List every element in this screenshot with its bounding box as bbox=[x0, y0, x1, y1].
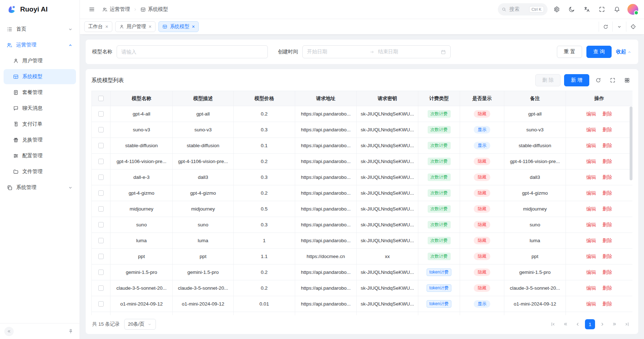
cell-remark: o1-mini-2024-09-12 bbox=[504, 296, 566, 312]
notifications-button[interactable] bbox=[611, 3, 623, 15]
settings-button[interactable] bbox=[550, 3, 563, 15]
delete-link[interactable]: 删除 bbox=[602, 206, 612, 212]
edit-link[interactable]: 编辑 bbox=[586, 254, 596, 259]
sidebar-item-config-management[interactable]: 配置管理 bbox=[4, 148, 76, 163]
sidebar-item-payment-orders[interactable]: 支付订单 bbox=[4, 117, 76, 132]
edit-link[interactable]: 编辑 bbox=[586, 127, 596, 132]
tab-refresh-button[interactable] bbox=[599, 22, 612, 32]
date-range-picker[interactable]: 开始日期 结束日期 bbox=[302, 45, 451, 58]
edit-link[interactable]: 编辑 bbox=[586, 111, 596, 117]
refresh-icon bbox=[595, 77, 601, 83]
cell-remark: claude-3-5-sonnet-20... bbox=[504, 280, 566, 296]
sidebar-collapse-button[interactable] bbox=[4, 327, 14, 336]
sidebar-item-user-management[interactable]: 用户管理 bbox=[4, 53, 76, 68]
tab-user-management[interactable]: 用户管理 × bbox=[115, 21, 156, 32]
row-checkbox[interactable] bbox=[98, 270, 104, 275]
table-refresh-button[interactable] bbox=[593, 75, 604, 86]
cell-model-name: luma bbox=[111, 233, 173, 249]
edit-link[interactable]: 编辑 bbox=[586, 143, 596, 148]
row-checkbox[interactable] bbox=[98, 301, 104, 307]
row-checkbox[interactable] bbox=[98, 206, 104, 212]
edit-link[interactable]: 编辑 bbox=[586, 301, 596, 307]
table-scrollbar-thumb[interactable] bbox=[630, 107, 632, 180]
global-search[interactable]: 搜索 Ctrl K bbox=[498, 3, 548, 15]
dark-mode-button[interactable] bbox=[566, 3, 578, 15]
language-button[interactable] bbox=[581, 3, 593, 15]
breadcrumb-operations[interactable]: 运营管理 bbox=[102, 6, 130, 13]
sidebar-item-system-management[interactable]: 系统管理 bbox=[4, 180, 76, 195]
edit-link[interactable]: 编辑 bbox=[586, 159, 596, 164]
row-checkbox[interactable] bbox=[98, 159, 104, 164]
sidebar-item-package-management[interactable]: 套餐管理 bbox=[4, 85, 76, 100]
current-page-button[interactable]: 1 bbox=[585, 319, 595, 329]
tab-menu-button[interactable] bbox=[612, 22, 626, 32]
jump-forward-button[interactable] bbox=[609, 319, 620, 329]
cell-remark: dall3 bbox=[504, 170, 566, 185]
table-fullscreen-button[interactable] bbox=[607, 75, 618, 86]
reset-button[interactable]: 重 置 bbox=[557, 46, 582, 58]
delete-link[interactable]: 删除 bbox=[602, 301, 612, 307]
next-page-button[interactable] bbox=[597, 319, 607, 329]
chevron-up-icon bbox=[627, 50, 632, 54]
prev-page-button[interactable] bbox=[573, 319, 583, 329]
query-button[interactable]: 查 询 bbox=[586, 46, 612, 58]
tab-close-icon[interactable]: × bbox=[192, 24, 195, 29]
sidebar-pin-button[interactable] bbox=[66, 327, 75, 336]
delete-link[interactable]: 删除 bbox=[602, 111, 612, 117]
last-page-button[interactable] bbox=[622, 319, 632, 329]
select-all-checkbox[interactable] bbox=[98, 96, 104, 101]
breadcrumb-system-model[interactable]: 系统模型 bbox=[140, 6, 168, 13]
visibility-badge: 隐藏 bbox=[474, 205, 490, 212]
row-checkbox[interactable] bbox=[98, 190, 104, 196]
fullscreen-button[interactable] bbox=[596, 3, 608, 15]
app-logo[interactable]: Ruoyi AI bbox=[0, 0, 80, 19]
add-button[interactable]: 新 增 bbox=[564, 74, 589, 86]
tab-workbench[interactable]: 工作台 × bbox=[84, 21, 112, 32]
sidebar-item-home[interactable]: 首页 bbox=[4, 22, 76, 37]
hamburger-button[interactable] bbox=[86, 3, 98, 15]
page-size-select[interactable]: 20条/页 bbox=[124, 319, 156, 330]
delete-link[interactable]: 删除 bbox=[602, 270, 612, 275]
edit-link[interactable]: 编辑 bbox=[586, 238, 596, 243]
delete-link[interactable]: 删除 bbox=[602, 285, 612, 291]
edit-link[interactable]: 编辑 bbox=[586, 270, 596, 275]
row-checkbox[interactable] bbox=[98, 111, 104, 117]
edit-link[interactable]: 编辑 bbox=[586, 206, 596, 212]
row-checkbox[interactable] bbox=[98, 285, 104, 291]
collapse-filter-link[interactable]: 收起 bbox=[616, 49, 632, 55]
tab-close-icon[interactable]: × bbox=[149, 24, 152, 29]
edit-link[interactable]: 编辑 bbox=[586, 222, 596, 227]
row-checkbox[interactable] bbox=[98, 238, 104, 243]
cell-model-name: midjourney bbox=[111, 201, 173, 217]
delete-link[interactable]: 删除 bbox=[602, 159, 612, 164]
sidebar-item-system-model[interactable]: 系统模型 bbox=[4, 69, 76, 84]
sidebar-item-exchange-management[interactable]: 兑换管理 bbox=[4, 132, 76, 148]
sidebar-item-operations[interactable]: 运营管理 bbox=[4, 37, 76, 53]
tab-system-model[interactable]: 系统模型 × bbox=[158, 21, 199, 32]
tab-focus-button[interactable] bbox=[626, 22, 640, 32]
batch-delete-button[interactable]: 删 除 bbox=[535, 74, 560, 86]
model-name-input[interactable] bbox=[117, 45, 268, 58]
row-checkbox[interactable] bbox=[98, 254, 104, 259]
row-checkbox[interactable] bbox=[98, 175, 104, 180]
delete-link[interactable]: 删除 bbox=[602, 254, 612, 259]
row-checkbox[interactable] bbox=[98, 143, 104, 148]
sidebar-item-file-management[interactable]: 文件管理 bbox=[4, 164, 76, 179]
sidebar-item-chat-messages[interactable]: 聊天消息 bbox=[4, 101, 76, 116]
delete-link[interactable]: 删除 bbox=[602, 222, 612, 227]
edit-link[interactable]: 编辑 bbox=[586, 190, 596, 196]
column-settings-button[interactable] bbox=[622, 75, 632, 86]
first-page-button[interactable] bbox=[548, 319, 558, 329]
delete-link[interactable]: 删除 bbox=[602, 238, 612, 243]
tab-close-icon[interactable]: × bbox=[105, 24, 108, 29]
row-checkbox[interactable] bbox=[98, 127, 104, 132]
delete-link[interactable]: 删除 bbox=[602, 143, 612, 148]
edit-link[interactable]: 编辑 bbox=[586, 175, 596, 180]
edit-link[interactable]: 编辑 bbox=[586, 285, 596, 291]
jump-back-button[interactable] bbox=[560, 319, 571, 329]
user-avatar[interactable] bbox=[627, 4, 638, 15]
delete-link[interactable]: 删除 bbox=[602, 127, 612, 132]
delete-link[interactable]: 删除 bbox=[602, 175, 612, 180]
row-checkbox[interactable] bbox=[98, 222, 104, 227]
delete-link[interactable]: 删除 bbox=[602, 190, 612, 196]
